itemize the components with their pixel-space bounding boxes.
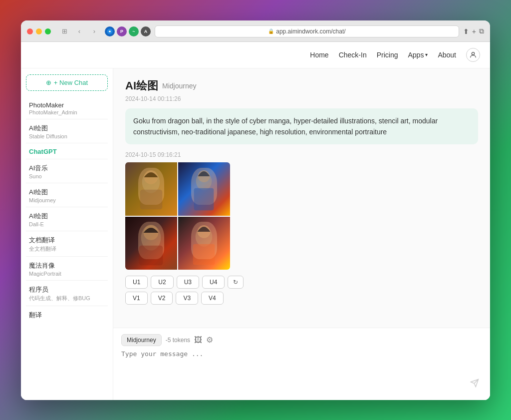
sidebar-item-programmer[interactable]: 程序员 代码生成、解释、修BUG <box>26 282 108 306</box>
variation-buttons: V1 V2 V3 V4 <box>125 292 478 305</box>
image-cell-1 <box>125 162 177 216</box>
nav-checkin[interactable]: Check-In <box>339 51 367 59</box>
forward-button[interactable]: › <box>88 26 101 36</box>
sidebar-item-doc-translate-sub: 全文档翻译 <box>29 245 105 253</box>
lock-icon: 🔒 <box>268 28 274 34</box>
tokens-display: -5 tokens <box>166 337 190 344</box>
sidebar-toggle-button[interactable]: ⊞ <box>58 26 71 36</box>
sidebar-item-chatgpt[interactable]: ChatGPT <box>26 144 108 159</box>
sidebar-item-chatgpt-title: ChatGPT <box>29 148 105 155</box>
refresh-button[interactable]: ↻ <box>228 276 244 289</box>
sidebar-item-ai-drawing-dalle[interactable]: AI绘图 Dall-E <box>26 208 108 231</box>
sidebar-item-doc-translate[interactable]: 文档翻译 全文档翻译 <box>26 232 108 257</box>
sidebar-item-ai-music[interactable]: AI音乐 Suno <box>26 160 108 183</box>
nav-home[interactable]: Home <box>310 51 328 59</box>
url-bar[interactable]: 🔒 app.aimindwork.com/chat/ <box>155 25 459 37</box>
new-chat-button[interactable]: ⊕ + New Chat <box>26 74 108 91</box>
variation-v4-button[interactable]: V4 <box>201 292 224 305</box>
upscale-u2-button[interactable]: U2 <box>151 276 173 289</box>
image-upload-button[interactable]: 🖼 <box>194 336 202 345</box>
sidebar-item-ai-drawing-mj[interactable]: AI绘图 Midjourney <box>26 184 108 207</box>
browser-icon-ext3: A <box>141 26 151 36</box>
variation-v1-button[interactable]: V1 <box>125 292 148 305</box>
new-chat-label: + New Chat <box>54 79 88 86</box>
sidebar-item-ai-drawing-sd-title: AI绘图 <box>29 124 105 133</box>
duplicate-button[interactable]: ⧉ <box>479 27 484 35</box>
chat-title-text: AI绘图 <box>125 78 158 93</box>
minimize-button[interactable] <box>36 28 42 34</box>
sidebar-item-ai-drawing-sd[interactable]: AI绘图 Stable Diffusion <box>26 120 108 143</box>
sidebar-item-photomaker[interactable]: PhotoMaker PhotoMaker_Admin <box>26 98 108 119</box>
browser-chrome: ⊞ ‹ › P ~ A 🔒 app.aimindwork.com/chat/ ⬆… <box>21 20 490 42</box>
upscale-u3-button[interactable]: U3 <box>177 276 199 289</box>
new-tab-button[interactable]: + <box>472 27 476 35</box>
share-button[interactable]: ⬆ <box>463 27 469 35</box>
nav-pricing[interactable]: Pricing <box>377 51 398 59</box>
traffic-lights <box>27 28 51 34</box>
nav-apps-label: Apps <box>408 51 424 59</box>
send-icon <box>470 380 479 390</box>
user-message-text: Goku from dragon ball, in the style of c… <box>133 117 438 136</box>
message-input[interactable] <box>121 350 482 390</box>
url-text: app.aimindwork.com/chat/ <box>276 28 345 35</box>
app-content: Home Check-In Pricing Apps ▾ About ⊕ + N… <box>21 42 490 400</box>
sidebar: ⊕ + New Chat PhotoMaker PhotoMaker_Admin… <box>21 68 113 400</box>
image-cell-3 <box>125 217 177 270</box>
user-message-bubble: Goku from dragon ball, in the style of c… <box>125 108 478 145</box>
chat-title-sub: Midjourney <box>162 82 196 90</box>
maximize-button[interactable] <box>45 28 51 34</box>
sidebar-item-doc-translate-title: 文档翻译 <box>29 236 105 245</box>
browser-icon-ext1: P <box>117 26 127 36</box>
main-layout: ⊕ + New Chat PhotoMaker PhotoMaker_Admin… <box>21 68 490 400</box>
sidebar-item-ai-music-title: AI音乐 <box>29 164 105 173</box>
chevron-down-icon: ▾ <box>425 52 428 57</box>
sidebar-item-ai-music-sub: Suno <box>29 173 105 179</box>
image-cell-4 <box>178 217 230 270</box>
send-button[interactable] <box>470 379 479 390</box>
chat-input-wrapper <box>121 350 482 392</box>
variation-v2-button[interactable]: V2 <box>151 292 173 305</box>
top-nav: Home Check-In Pricing Apps ▾ About <box>21 42 490 68</box>
sidebar-item-ai-drawing-sd-sub: Stable Diffusion <box>29 133 105 139</box>
settings-button[interactable]: ⚙ <box>206 335 213 345</box>
sidebar-item-translate[interactable]: 翻译 <box>26 307 108 323</box>
browser-icon-edge <box>105 26 115 36</box>
svg-point-1 <box>472 52 474 54</box>
svg-rect-9 <box>139 245 163 265</box>
nav-about[interactable]: About <box>438 51 456 59</box>
sidebar-item-magic-portrait-title: 魔法肖像 <box>29 261 105 270</box>
chat-title: AI绘图 Midjourney <box>125 78 478 93</box>
chat-header-timestamp: 2024-10-14 00:11:26 <box>125 95 478 102</box>
chat-header: AI绘图 Midjourney 2024-10-14 00:11:26 <box>125 78 478 102</box>
svg-rect-6 <box>194 188 214 211</box>
sidebar-item-ai-drawing-dalle-title: AI绘图 <box>29 212 105 221</box>
chat-messages: AI绘图 Midjourney 2024-10-14 00:11:26 Goku… <box>113 68 490 328</box>
variation-v3-button[interactable]: V3 <box>176 292 198 305</box>
browser-icon-ext2: ~ <box>129 26 139 36</box>
close-button[interactable] <box>27 28 33 34</box>
upscale-u1-button[interactable]: U1 <box>125 276 148 289</box>
svg-rect-12 <box>193 244 215 265</box>
sidebar-item-programmer-title: 程序员 <box>29 285 105 294</box>
sidebar-item-photomaker-sub: PhotoMaker_Admin <box>29 109 105 115</box>
sidebar-item-ai-drawing-dalle-sub: Dall-E <box>29 221 105 227</box>
back-button[interactable]: ‹ <box>73 26 86 36</box>
plus-icon: ⊕ <box>46 79 51 86</box>
browser-icons: P ~ A <box>105 26 151 36</box>
sidebar-item-magic-portrait[interactable]: 魔法肖像 MagicPortrait <box>26 258 108 281</box>
response-timestamp: 2024-10-15 09:16:21 <box>125 151 478 158</box>
sidebar-item-magic-portrait-sub: MagicPortrait <box>29 271 105 277</box>
nav-apps[interactable]: Apps ▾ <box>408 51 428 59</box>
svg-rect-3 <box>140 190 163 210</box>
refresh-icon: ↻ <box>233 279 238 286</box>
gear-icon: ⚙ <box>206 335 213 345</box>
model-badge[interactable]: Midjourney <box>121 334 162 346</box>
svg-point-10 <box>144 225 159 240</box>
sidebar-item-ai-drawing-mj-title: AI绘图 <box>29 188 105 197</box>
chat-area: AI绘图 Midjourney 2024-10-14 00:11:26 Goku… <box>113 68 490 400</box>
sidebar-item-programmer-sub: 代码生成、解释、修BUG <box>29 295 105 302</box>
image-cell-2 <box>178 162 230 216</box>
image-icon: 🖼 <box>194 336 202 345</box>
upscale-u4-button[interactable]: U4 <box>202 276 225 289</box>
user-icon[interactable] <box>466 48 480 62</box>
